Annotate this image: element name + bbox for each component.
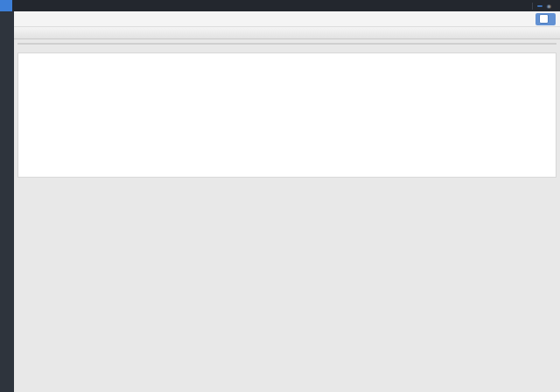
trend-line-chart <box>22 56 560 158</box>
app-logo <box>0 0 12 11</box>
user-menu[interactable]: ◉ <box>547 0 555 11</box>
main-area <box>14 11 560 392</box>
page-header <box>14 27 560 39</box>
avatar-icon: ◉ <box>547 0 551 11</box>
topbar-actions: ◉ <box>528 0 560 11</box>
toolbar <box>536 13 556 25</box>
sidebar <box>0 11 14 392</box>
toolbar-row <box>14 11 560 27</box>
statistics-table-wrap <box>18 43 556 45</box>
trend-chart-card <box>18 52 556 178</box>
divider <box>532 3 533 10</box>
view-mode-select[interactable] <box>539 14 549 24</box>
content <box>14 39 560 178</box>
top-bar: ◉ <box>0 0 560 11</box>
view-toggle[interactable] <box>537 5 542 7</box>
